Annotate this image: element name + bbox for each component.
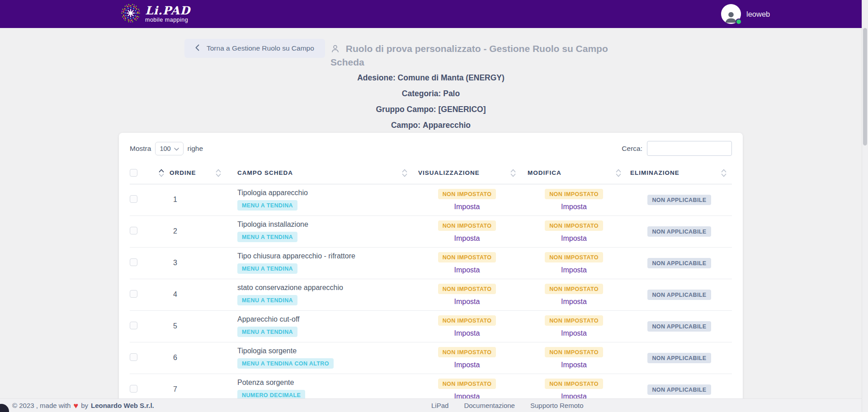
eliminazione-status-badge: NON APPLICABILE — [647, 290, 711, 300]
info-campo: Campo: Apparecchio — [119, 117, 743, 133]
modifica-imposta-link[interactable]: Imposta — [561, 298, 587, 306]
visualizzazione-imposta-link[interactable]: Imposta — [454, 203, 480, 211]
table-row: 6 Tipologia sorgente MENU A TENDINA CON … — [130, 342, 732, 374]
row-checkbox[interactable] — [130, 322, 137, 329]
visualizzazione-status-badge: NON IMPOSTATO — [438, 252, 496, 262]
row-checkbox[interactable] — [130, 353, 137, 361]
campo-name: stato conservazione apparecchio — [237, 284, 413, 292]
column-header-visualizzazione[interactable]: VISUALIZZAZIONE — [418, 169, 480, 176]
info-label: Gruppo Campo: — [376, 105, 436, 114]
column-header-eliminazione[interactable]: ELIMINAZIONE — [630, 169, 679, 176]
table-row: 3 Tipo chiusura apparecchio - rifrattore… — [130, 247, 732, 279]
eliminazione-status-badge: NON APPLICABILE — [647, 258, 711, 268]
eliminazione-status-badge: NON APPLICABILE — [647, 226, 711, 237]
visualizzazione-imposta-link[interactable]: Imposta — [454, 298, 480, 306]
table-card: Mostra 100 righe Cerca: — [119, 133, 743, 412]
search-label: Cerca: — [622, 145, 642, 153]
column-header-modifica[interactable]: MODIFICA — [528, 169, 561, 176]
online-status-dot — [736, 19, 742, 25]
footer-nav: LiPad Documentazione Supporto Remoto — [431, 402, 584, 409]
visualizzazione-status-badge: NON IMPOSTATO — [438, 347, 496, 357]
table-header-row: ORDINE CAMPO SCHEDA VISUALIZZAZIONE — [130, 162, 732, 184]
fields-table: ORDINE CAMPO SCHEDA VISUALIZZAZIONE — [130, 162, 732, 405]
field-type-badge: MENU A TENDINA — [237, 232, 297, 242]
visualizzazione-imposta-link[interactable]: Imposta — [454, 234, 480, 243]
row-checkbox[interactable] — [130, 258, 137, 266]
page-size-value: 100 — [160, 145, 170, 152]
rows-label: righe — [188, 145, 203, 153]
sort-control-campo-scheda[interactable] — [402, 169, 413, 177]
user-name: leoweb — [746, 10, 770, 19]
row-checkbox[interactable] — [130, 195, 137, 203]
modifica-imposta-link[interactable]: Imposta — [561, 329, 587, 337]
campo-name: Tipologia apparecchio — [237, 189, 413, 197]
info-gruppo-campo: Gruppo Campo: [GENERICO] — [119, 102, 743, 117]
sort-control-modifica[interactable] — [616, 169, 627, 177]
info-adesione: Adesione: Comune di Manta (ENERGY) — [119, 70, 743, 86]
search-input[interactable] — [647, 141, 732, 156]
column-header-ordine[interactable]: ORDINE — [170, 169, 196, 176]
modifica-imposta-link[interactable]: Imposta — [561, 361, 587, 369]
footer-link-lipad[interactable]: LiPad — [431, 402, 448, 409]
table-row: 2 Tipologia installazione MENU A TENDINA… — [130, 215, 732, 247]
field-type-badge: MENU A TENDINA — [237, 295, 297, 305]
info-label: Campo: — [391, 121, 420, 130]
eliminazione-status-badge: NON APPLICABILE — [647, 384, 711, 395]
field-type-badge: MENU A TENDINA CON ALTRO — [237, 358, 334, 369]
footer-link-supporto-remoto[interactable]: Supporto Remoto — [530, 402, 584, 409]
page-title-role: Ruolo di prova personalizzato — [346, 43, 481, 54]
campo-name: Potenza sorgente — [237, 379, 413, 387]
show-label: Mostra — [130, 145, 151, 153]
visualizzazione-imposta-link[interactable]: Imposta — [454, 329, 480, 337]
field-type-badge: MENU A TENDINA — [237, 200, 297, 211]
copyright: © 2023 , made with ♥ by Leonardo Web S.r… — [12, 402, 154, 410]
logo-burst-icon — [121, 3, 141, 25]
visualizzazione-status-badge: NON IMPOSTATO — [438, 315, 496, 326]
modifica-imposta-link[interactable]: Imposta — [561, 203, 587, 211]
eliminazione-status-badge: NON APPLICABILE — [647, 195, 711, 205]
company-name[interactable]: Leonardo Web S.r.l. — [91, 402, 154, 409]
logo-title: Li.PAD — [145, 5, 190, 16]
table-row: 5 Apparecchio cut-off MENU A TENDINA NON… — [130, 310, 732, 342]
modifica-imposta-link[interactable]: Imposta — [561, 234, 587, 243]
footer-link-documentazione[interactable]: Documentazione — [464, 402, 515, 409]
app-logo[interactable]: Li.PAD mobile mapping — [121, 3, 190, 25]
avatar[interactable] — [721, 4, 741, 24]
row-checkbox[interactable] — [130, 290, 137, 298]
modifica-status-badge: NON IMPOSTATO — [545, 379, 603, 389]
visualizzazione-status-badge: NON IMPOSTATO — [438, 220, 496, 231]
campo-name: Tipologia installazione — [237, 220, 413, 229]
scrollbar[interactable] — [862, 0, 868, 412]
sort-control-visualizzazione[interactable] — [510, 169, 521, 177]
context-info: Adesione: Comune di Manta (ENERGY) Categ… — [119, 70, 743, 133]
info-label: Categoria: — [402, 89, 441, 98]
visualizzazione-imposta-link[interactable]: Imposta — [454, 361, 480, 369]
role-person-icon — [330, 45, 343, 55]
user-menu[interactable]: leoweb — [721, 4, 770, 24]
back-button[interactable]: Torna a Gestione Ruolo su Campo — [184, 39, 325, 58]
modifica-imposta-link[interactable]: Imposta — [561, 266, 587, 274]
select-all-checkbox[interactable] — [130, 169, 137, 177]
sort-control-ordine[interactable] — [216, 169, 226, 177]
scrollbar-thumb[interactable] — [863, 28, 867, 145]
info-label: Adesione: — [357, 73, 396, 82]
row-checkbox[interactable] — [130, 227, 137, 234]
table-controls: Mostra 100 righe Cerca: — [119, 133, 743, 162]
visualizzazione-status-badge: NON IMPOSTATO — [438, 189, 496, 199]
modifica-status-badge: NON IMPOSTATO — [545, 347, 603, 357]
info-value: Palo — [443, 89, 460, 98]
row-checkbox[interactable] — [130, 385, 137, 393]
eliminazione-status-badge: NON APPLICABILE — [647, 321, 711, 332]
sort-control-eliminazione[interactable] — [721, 169, 732, 177]
sort-control-select[interactable] — [159, 169, 170, 177]
info-value: [GENERICO] — [439, 105, 486, 114]
modifica-status-badge: NON IMPOSTATO — [545, 189, 603, 199]
column-header-campo-scheda[interactable]: CAMPO SCHEDA — [237, 169, 293, 176]
visualizzazione-imposta-link[interactable]: Imposta — [454, 266, 480, 274]
modifica-status-badge: NON IMPOSTATO — [545, 284, 603, 294]
heart-icon: ♥ — [73, 402, 78, 410]
table-row: 4 stato conservazione apparecchio MENU A… — [130, 279, 732, 310]
page-size-select[interactable]: 100 — [155, 142, 183, 155]
info-value: Comune di Manta (ENERGY) — [398, 73, 505, 82]
ordine-value: 3 — [170, 247, 226, 279]
